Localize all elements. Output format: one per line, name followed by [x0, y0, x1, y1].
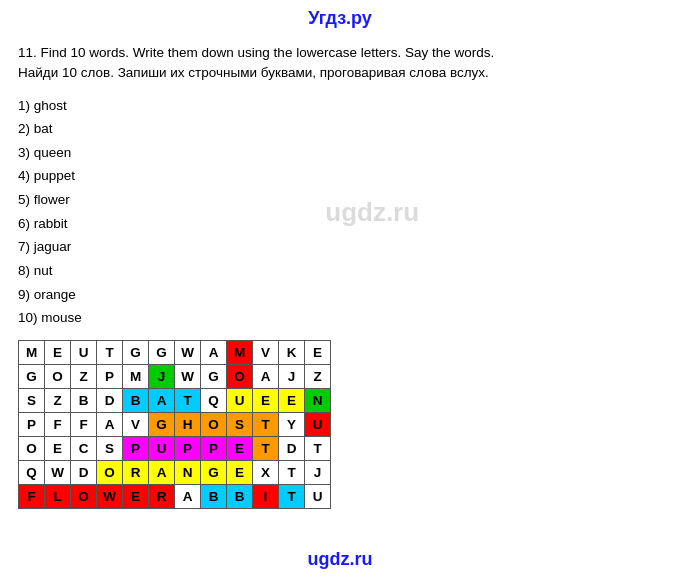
grid-cell: M	[227, 340, 253, 364]
grid-cell: O	[19, 436, 45, 460]
grid-cell: D	[279, 436, 305, 460]
grid-cell: G	[19, 364, 45, 388]
grid-cell: E	[227, 436, 253, 460]
grid-cell: I	[253, 484, 279, 508]
grid-cell: B	[71, 388, 97, 412]
grid-cell: H	[175, 412, 201, 436]
instruction-line1: 11. Find 10 words. Write them down using…	[18, 45, 494, 60]
grid-cell: Q	[201, 388, 227, 412]
grid-cell: B	[201, 484, 227, 508]
grid-cell: J	[149, 364, 175, 388]
grid-cell: S	[97, 436, 123, 460]
grid-cell: D	[97, 388, 123, 412]
grid-cell: E	[227, 460, 253, 484]
word-list-item: 1) ghost	[18, 94, 138, 118]
grid-cell: U	[71, 340, 97, 364]
grid-cell: Z	[45, 388, 71, 412]
grid-cell: O	[227, 364, 253, 388]
grid-container: MEUTGGWAMVKEGOZPMJWGOAJZSZBDBATQUEENPFFA…	[18, 340, 662, 509]
grid-cell: E	[123, 484, 149, 508]
grid-cell: C	[71, 436, 97, 460]
grid-cell: U	[227, 388, 253, 412]
grid-cell: E	[45, 340, 71, 364]
word-list-item: 7) jaguar	[18, 235, 138, 259]
grid-cell: Y	[279, 412, 305, 436]
grid-cell: B	[227, 484, 253, 508]
grid-row: SZBDBATQUEEN	[19, 388, 331, 412]
word-list-item: 10) mouse	[18, 306, 138, 330]
word-list-item: 8) nut	[18, 259, 138, 283]
grid-cell: G	[149, 340, 175, 364]
grid-cell: M	[123, 364, 149, 388]
grid-cell: F	[19, 484, 45, 508]
grid-cell: A	[149, 388, 175, 412]
site-footer: ugdz.ru	[0, 541, 680, 578]
grid-cell: E	[279, 388, 305, 412]
grid-cell: W	[97, 484, 123, 508]
grid-cell: S	[19, 388, 45, 412]
word-list-item: 4) puppet	[18, 164, 138, 188]
grid-cell: A	[149, 460, 175, 484]
grid-row: PFFAVGHOSTYU	[19, 412, 331, 436]
grid-cell: V	[123, 412, 149, 436]
grid-cell: O	[201, 412, 227, 436]
grid-cell: X	[253, 460, 279, 484]
grid-cell: V	[253, 340, 279, 364]
grid-cell: R	[149, 484, 175, 508]
grid-row: GOZPMJWGOAJZ	[19, 364, 331, 388]
word-list-item: 2) bat	[18, 117, 138, 141]
grid-cell: T	[175, 388, 201, 412]
grid-cell: U	[149, 436, 175, 460]
grid-cell: O	[97, 460, 123, 484]
grid-cell: R	[123, 460, 149, 484]
grid-cell: E	[45, 436, 71, 460]
grid-cell: F	[45, 412, 71, 436]
grid-cell: N	[175, 460, 201, 484]
grid-cell: B	[123, 388, 149, 412]
grid-cell: Z	[305, 364, 331, 388]
grid-row: OECSPUPPETDT	[19, 436, 331, 460]
grid-cell: F	[71, 412, 97, 436]
word-list-item: 3) queen	[18, 141, 138, 165]
word-list: 1) ghost2) bat3) queen4) puppet5) flower…	[18, 94, 138, 330]
grid-cell: J	[305, 460, 331, 484]
grid-cell: W	[45, 460, 71, 484]
grid-cell: A	[201, 340, 227, 364]
grid-cell: U	[305, 484, 331, 508]
grid-cell: P	[123, 436, 149, 460]
grid-cell: M	[19, 340, 45, 364]
grid-cell: W	[175, 364, 201, 388]
grid-cell: E	[305, 340, 331, 364]
grid-cell: O	[45, 364, 71, 388]
grid-cell: T	[253, 412, 279, 436]
grid-cell: U	[305, 412, 331, 436]
grid-row: MEUTGGWAMVKE	[19, 340, 331, 364]
grid-cell: T	[279, 460, 305, 484]
word-list-item: 6) rabbit	[18, 212, 138, 236]
grid-row: QWDORANGEXTJ	[19, 460, 331, 484]
grid-cell: S	[227, 412, 253, 436]
grid-cell: T	[279, 484, 305, 508]
grid-cell: G	[123, 340, 149, 364]
grid-cell: J	[279, 364, 305, 388]
grid-cell: N	[305, 388, 331, 412]
grid-cell: T	[305, 436, 331, 460]
grid-cell: G	[149, 412, 175, 436]
instruction-line2: Найди 10 слов. Запиши их строчными буква…	[18, 65, 489, 80]
grid-cell: T	[97, 340, 123, 364]
grid-cell: Q	[19, 460, 45, 484]
grid-cell: A	[253, 364, 279, 388]
grid-cell: E	[253, 388, 279, 412]
watermark-center: ugdz.ru	[325, 196, 419, 227]
grid-cell: A	[175, 484, 201, 508]
instructions-block: 11. Find 10 words. Write them down using…	[18, 43, 662, 84]
grid-cell: G	[201, 460, 227, 484]
grid-cell: P	[19, 412, 45, 436]
grid-cell: K	[279, 340, 305, 364]
word-list-item: 9) orange	[18, 283, 138, 307]
word-list-item: 5) flower	[18, 188, 138, 212]
grid-cell: Z	[71, 364, 97, 388]
word-search-grid: MEUTGGWAMVKEGOZPMJWGOAJZSZBDBATQUEENPFFA…	[18, 340, 331, 509]
grid-cell: P	[175, 436, 201, 460]
grid-cell: T	[253, 436, 279, 460]
